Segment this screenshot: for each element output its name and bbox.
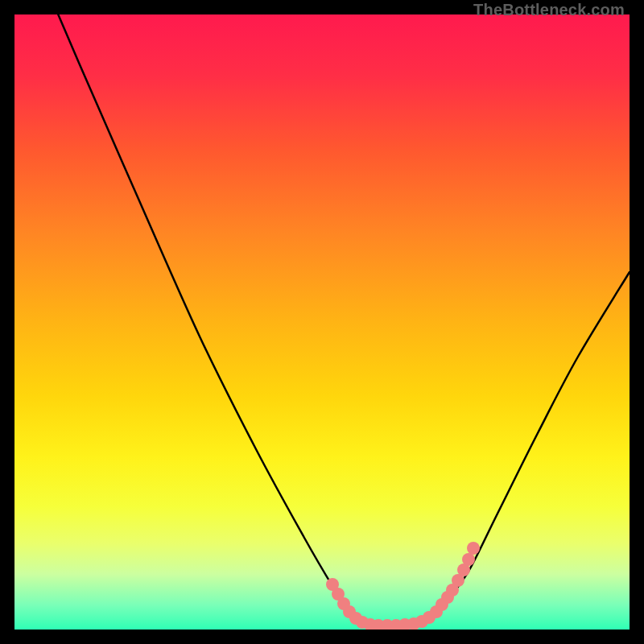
bottleneck-curve: [55, 14, 630, 625]
curve-marker: [467, 542, 480, 555]
curve-markers: [326, 542, 480, 630]
curve-marker: [462, 553, 475, 566]
watermark-text: TheBottleneck.com: [473, 1, 625, 19]
chart-svg: [14, 14, 630, 630]
plot-area: [14, 14, 630, 630]
